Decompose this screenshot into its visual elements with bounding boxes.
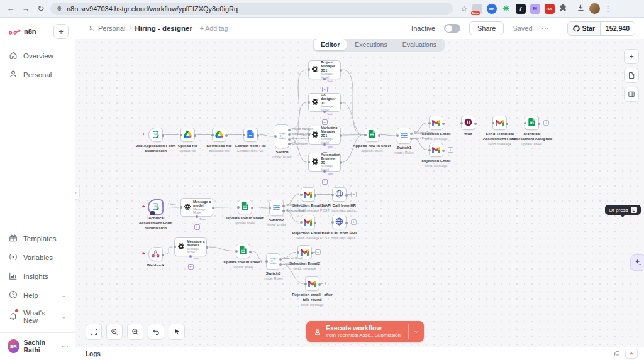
sidebar-collapse-handle[interactable]: ‹ xyxy=(75,186,80,200)
node-vapi-call-from-hr[interactable]: VAPI Call from HRPOST: https://api.vapi.… xyxy=(332,187,347,202)
ai-assistant-button[interactable] xyxy=(630,254,644,271)
node-extract-from-file[interactable]: Extract from FileExtract From PDF xyxy=(243,128,258,142)
output-port[interactable] xyxy=(251,207,253,209)
execute-options-chevron[interactable] xyxy=(409,321,424,342)
n8n-logo[interactable]: n8n xyxy=(9,28,36,35)
tab-executions[interactable]: Executions xyxy=(348,39,394,50)
input-port[interactable] xyxy=(211,134,214,136)
output-port[interactable] xyxy=(288,143,291,145)
workflow-canvas[interactable]: EditorExecutionsEvaluations Job Applicat… xyxy=(75,39,644,347)
pointer-tool-button[interactable] xyxy=(169,324,185,340)
node-append-row-in-sheet[interactable]: Append row in sheetappend: sheet xyxy=(365,128,379,142)
extension-pdf-icon[interactable]: PDF xyxy=(545,4,555,14)
node-download-file[interactable]: Download filedownload: file xyxy=(212,128,226,142)
output-port[interactable] xyxy=(442,150,445,152)
execute-workflow-button[interactable]: Execute workflow from Technical Asse...S… xyxy=(306,321,424,342)
input-port[interactable] xyxy=(524,122,526,124)
input-port[interactable] xyxy=(274,135,277,138)
input-port[interactable] xyxy=(308,101,310,104)
input-port[interactable] xyxy=(428,122,431,124)
reload-icon[interactable]: ↻ xyxy=(35,3,47,14)
sidebar-item-variables[interactable]: Variables xyxy=(0,248,75,267)
output-port[interactable] xyxy=(288,138,291,141)
add-sticky-note-button[interactable] xyxy=(624,68,639,83)
add-node-endpoint[interactable]: + xyxy=(323,281,328,286)
add-node-endpoint[interactable]: + xyxy=(351,219,357,225)
sidebar-item-what-s-new[interactable]: What's New⌄ xyxy=(0,305,75,329)
logs-popout-icon[interactable] xyxy=(614,348,620,359)
extension-am-icon[interactable]: am xyxy=(487,4,497,14)
output-port[interactable] xyxy=(410,133,413,135)
add-node-button[interactable]: + xyxy=(624,49,639,64)
input-port[interactable] xyxy=(308,161,310,163)
node-project-manager-jd1[interactable]: Project Manager JD1Message Model xyxy=(308,60,341,79)
input-port[interactable] xyxy=(243,134,245,136)
zoom-out-button[interactable] xyxy=(127,324,143,340)
user-more-icon[interactable]: ⋯ xyxy=(62,342,69,351)
forward-icon[interactable]: → xyxy=(20,3,31,14)
add-node-endpoint[interactable]: + xyxy=(315,249,321,255)
toggle-panel-button[interactable] xyxy=(624,87,639,102)
node-technical-assessment-form-submission[interactable]: Technical Assessment Form Submission xyxy=(148,200,163,214)
node-switch3[interactable]: Switch3mode: Rules xyxy=(266,253,280,270)
workflow-more-icon[interactable]: ⋯ xyxy=(541,24,549,33)
output-port[interactable] xyxy=(279,263,282,266)
output-port[interactable] xyxy=(212,207,214,209)
tab-editor[interactable]: Editor xyxy=(314,39,347,50)
node-webhook[interactable]: Webhook xyxy=(148,247,163,261)
add-tool-button[interactable]: + xyxy=(322,87,328,92)
node-send-technical-assessment-form[interactable]: Send Technical Assessment Formsend: mess… xyxy=(492,116,507,130)
logs-panel-header[interactable]: Logs xyxy=(75,347,644,360)
tab-evaluations[interactable]: Evaluations xyxy=(396,39,443,50)
node-wait[interactable]: Wait xyxy=(461,116,475,130)
output-port[interactable] xyxy=(162,254,164,256)
output-port[interactable] xyxy=(194,134,196,137)
output-port[interactable] xyxy=(279,258,282,261)
input-port[interactable] xyxy=(300,221,303,224)
breadcrumb-project[interactable]: Personal xyxy=(98,25,125,32)
bookmark-star-icon[interactable]: ☆ xyxy=(460,4,468,13)
sidebar-item-personal[interactable]: Personal xyxy=(0,65,75,84)
node-technical-assessment-assigned[interactable]: Technical Assessment Assignedupdate: she… xyxy=(525,116,539,130)
share-button[interactable]: Share xyxy=(469,21,504,35)
undo-button[interactable] xyxy=(148,324,164,340)
input-port[interactable] xyxy=(331,221,334,224)
github-star-widget[interactable]: Star 152,940 xyxy=(567,21,635,36)
add-tool-button[interactable]: + xyxy=(188,264,194,270)
node-ux-designer-jd[interactable]: UX designer JDMessage Model xyxy=(308,93,341,112)
output-port[interactable] xyxy=(249,251,252,253)
user-menu[interactable]: SR Sachin Rathi ⋯ xyxy=(0,333,75,360)
node-switch[interactable]: Switchmode: Rules xyxy=(275,124,289,148)
add-node-endpoint[interactable]: + xyxy=(351,192,357,197)
add-workflow-button[interactable]: + xyxy=(53,24,69,39)
output-port[interactable] xyxy=(410,138,413,140)
sidebar-item-insights[interactable]: Insights xyxy=(0,267,75,286)
input-port[interactable] xyxy=(364,134,367,136)
node-update-row-in-sheet[interactable]: Update row in sheetupdate: sheet xyxy=(238,200,252,214)
add-tool-button[interactable]: + xyxy=(322,119,328,125)
extension-green-icon[interactable]: ✳ xyxy=(501,4,511,14)
node-rejection-email[interactable]: Rejection Emailsend: message xyxy=(429,143,443,157)
node-vapi-call-from-hr1[interactable]: VAPI Call from HR1POST: https://api.vapi… xyxy=(332,215,347,229)
input-port[interactable] xyxy=(460,122,463,124)
sidebar-item-overview[interactable]: Overview xyxy=(0,46,75,65)
output-port[interactable] xyxy=(282,205,285,207)
chrome-menu-icon[interactable]: ⋮ xyxy=(604,4,612,13)
input-port[interactable] xyxy=(269,207,271,209)
sidebar-item-help[interactable]: Help⌄ xyxy=(0,286,75,305)
node-upload-file[interactable]: Upload fileupload: file xyxy=(180,128,195,142)
node-message-a-model1[interactable]: Message a model1Message Model xyxy=(174,237,207,256)
extension-mail-icon[interactable]: M xyxy=(530,4,540,14)
address-bar[interactable]: ⚙ n8n.srv947034.hstgr.cloud/workflow/ypf… xyxy=(50,3,453,15)
input-port[interactable] xyxy=(428,149,431,151)
node-switch2[interactable]: Switch2mode: Rules xyxy=(269,200,284,216)
node-message-a-model[interactable]: Message a modelMessage Model xyxy=(180,198,213,217)
site-settings-icon[interactable]: ⚙ xyxy=(57,5,62,12)
download-icon[interactable] xyxy=(577,3,585,14)
output-port[interactable] xyxy=(345,194,348,197)
node-update-row-in-sheet1[interactable]: Update row in sheet1update: sheet xyxy=(236,244,250,258)
input-port[interactable] xyxy=(180,206,182,209)
input-port[interactable] xyxy=(300,194,303,196)
extension-f-icon[interactable]: ƒ xyxy=(516,4,526,14)
output-port[interactable] xyxy=(314,194,316,197)
